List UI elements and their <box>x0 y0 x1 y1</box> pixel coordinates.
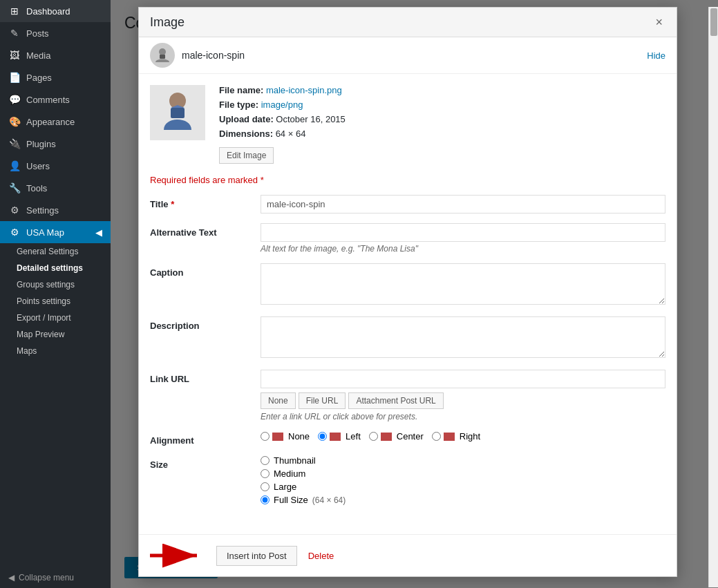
svg-point-0 <box>159 48 166 55</box>
insert-into-post-button[interactable]: Insert into Post <box>216 546 297 566</box>
alt-hint: Alt text for the image, e.g. "The Mona L… <box>261 244 665 254</box>
image-info-bar: male-icon-spin Hide <box>139 37 677 74</box>
title-label: Title * <box>150 195 261 209</box>
caption-field <box>261 263 665 307</box>
edit-image-button[interactable]: Edit Image <box>219 147 274 164</box>
modal-body: File name: male-icon-spin.png File type:… <box>139 74 677 529</box>
plugins-icon: 🔌 <box>8 138 21 149</box>
sidebar-item-settings[interactable]: ⚙ Settings <box>0 199 111 221</box>
meta-filename: File name: male-icon-spin.png <box>219 85 665 95</box>
media-icon: 🖼 <box>8 50 21 61</box>
sidebar-item-tools[interactable]: 🔧 Tools <box>0 177 111 199</box>
pages-icon: 📄 <box>8 72 21 83</box>
image-meta: File name: male-icon-spin.png File type:… <box>219 85 665 164</box>
sidebar-item-posts[interactable]: ✎ Posts <box>0 22 111 44</box>
usa-map-icon: ⚙ <box>8 227 21 238</box>
avatar <box>150 43 175 68</box>
svg-rect-1 <box>160 55 165 59</box>
title-input[interactable] <box>261 195 665 214</box>
sidebar-item-pages[interactable]: 📄 Pages <box>0 66 111 88</box>
image-modal: Image × male-icon-spin Hide <box>138 7 677 577</box>
attachment-post-url-button[interactable]: Attachment Post URL <box>348 392 443 409</box>
size-full-radio[interactable] <box>261 495 270 504</box>
arrow-indicator <box>150 543 205 568</box>
sidebar-item-usa-map[interactable]: ⚙ USA Map ◀ <box>0 221 111 243</box>
size-thumbnail-option[interactable]: Thumbnail <box>261 455 665 466</box>
none-url-button[interactable]: None <box>261 392 296 409</box>
description-field <box>261 316 665 360</box>
sidebar-item-comments[interactable]: 💬 Comments <box>0 88 111 111</box>
size-full-option[interactable]: Full Size (64 × 64) <box>261 495 665 505</box>
sidebar-item-detailed-settings[interactable]: Detailed settings <box>0 260 111 276</box>
sidebar-item-map-preview[interactable]: Map Preview <box>0 326 111 343</box>
align-none-option[interactable]: None <box>261 431 310 442</box>
align-center-radio[interactable] <box>369 432 378 441</box>
align-left-radio[interactable] <box>318 432 327 441</box>
description-textarea[interactable] <box>261 316 665 358</box>
collapse-menu[interactable]: ◀ Collapse menu <box>0 567 111 588</box>
alignment-label: Alignment <box>150 431 261 446</box>
caption-textarea[interactable] <box>261 263 665 305</box>
sidebar-item-groups-settings[interactable]: Groups settings <box>0 276 111 293</box>
file-url-button[interactable]: File URL <box>299 392 346 409</box>
alignment-options: None Left Center <box>261 431 665 442</box>
sidebar: ⊞ Dashboard ✎ Posts 🖼 Media 📄 Pages 💬 Co… <box>0 0 111 588</box>
hide-link[interactable]: Hide <box>647 50 665 61</box>
size-field: Thumbnail Medium Large Full Size (64 × 6… <box>261 455 665 508</box>
url-buttons-group: None File URL Attachment Post URL <box>261 392 665 409</box>
align-none-radio[interactable] <box>261 432 270 441</box>
align-center-option[interactable]: Center <box>369 431 424 442</box>
sidebar-item-appearance[interactable]: 🎨 Appearance <box>0 111 111 133</box>
align-right-radio[interactable] <box>432 432 441 441</box>
alt-input[interactable] <box>261 223 665 242</box>
image-preview <box>150 85 205 140</box>
image-details-row: File name: male-icon-spin.png File type:… <box>150 85 665 164</box>
link-url-row: Link URL None File URL Attachment Post U… <box>150 370 665 421</box>
meta-dimensions: Dimensions: 64 × 64 <box>219 129 665 139</box>
sidebar-item-media[interactable]: 🖼 Media <box>0 44 111 66</box>
tools-icon: 🔧 <box>8 182 21 193</box>
sidebar-item-general-settings[interactable]: General Settings <box>0 243 111 260</box>
modal-close-button[interactable]: × <box>652 15 665 30</box>
modal-header: Image × <box>139 8 677 37</box>
alt-label: Alternative Text <box>150 223 261 238</box>
align-right-option[interactable]: Right <box>432 431 480 442</box>
posts-icon: ✎ <box>8 28 21 39</box>
size-label: Size <box>150 455 261 470</box>
scrollbar-thumb <box>710 8 717 36</box>
modal-scrollbar[interactable] <box>708 7 718 587</box>
description-row: Description <box>150 316 665 360</box>
sidebar-item-dashboard[interactable]: ⊞ Dashboard <box>0 0 111 22</box>
svg-rect-3 <box>171 108 185 118</box>
caption-row: Caption <box>150 263 665 307</box>
url-hint: Enter a link URL or click above for pres… <box>261 412 665 421</box>
size-thumbnail-radio[interactable] <box>261 456 270 465</box>
size-row: Size Thumbnail Medium Large <box>150 455 665 508</box>
size-large-option[interactable]: Large <box>261 482 665 492</box>
alt-text-row: Alternative Text Alt text for the image,… <box>150 223 665 254</box>
caption-label: Caption <box>150 263 261 278</box>
sidebar-item-plugins[interactable]: 🔌 Plugins <box>0 133 111 155</box>
title-field <box>261 195 665 214</box>
users-icon: 👤 <box>8 160 21 171</box>
sidebar-item-points-settings[interactable]: Points settings <box>0 293 111 310</box>
align-left-option[interactable]: Left <box>318 431 361 442</box>
link-url-input[interactable] <box>261 370 665 388</box>
align-none-icon <box>272 433 283 441</box>
alt-field: Alt text for the image, e.g. "The Mona L… <box>261 223 665 254</box>
alignment-field: None Left Center <box>261 431 665 442</box>
image-name: male-icon-spin <box>182 50 245 61</box>
size-large-radio[interactable] <box>261 482 270 491</box>
size-medium-option[interactable]: Medium <box>261 468 665 479</box>
link-url-label: Link URL <box>150 370 261 384</box>
description-label: Description <box>150 316 261 331</box>
align-left-icon <box>330 433 341 441</box>
sidebar-item-users[interactable]: 👤 Users <box>0 155 111 177</box>
delete-link[interactable]: Delete <box>308 551 334 561</box>
size-medium-radio[interactable] <box>261 469 270 478</box>
sidebar-item-maps[interactable]: Maps <box>0 343 111 359</box>
settings-icon: ⚙ <box>8 205 21 216</box>
title-row: Title * <box>150 195 665 214</box>
insert-row: Insert into Post Delete <box>139 534 677 576</box>
sidebar-item-export-import[interactable]: Export / Import <box>0 310 111 326</box>
